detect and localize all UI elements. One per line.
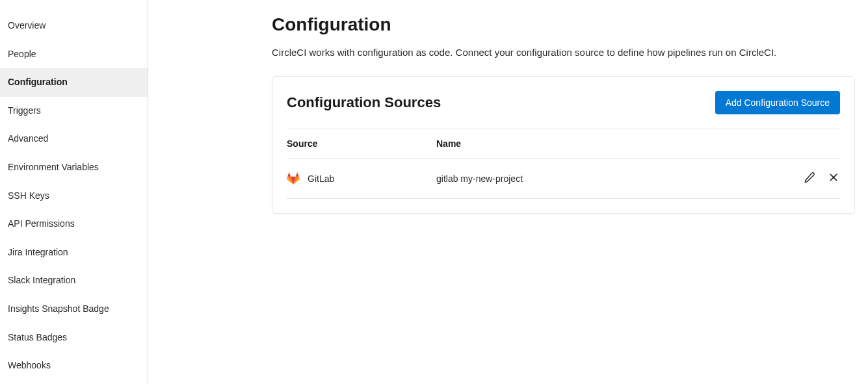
source-provider-label: GitLab xyxy=(308,173,334,184)
cell-actions xyxy=(788,170,840,186)
sidebar-item-status-badges[interactable]: Status Badges xyxy=(0,324,148,352)
cell-source: GitLab xyxy=(287,172,436,185)
sidebar-item-people[interactable]: People xyxy=(0,40,148,69)
sidebar-item-slack-integration[interactable]: Slack Integration xyxy=(0,266,148,295)
sidebar-item-webhooks[interactable]: Webhooks xyxy=(0,352,148,380)
column-header-actions xyxy=(788,138,840,149)
page-title: Configuration xyxy=(272,14,855,35)
card-title: Configuration Sources xyxy=(287,94,441,111)
add-configuration-source-button[interactable]: Add Configuration Source xyxy=(715,91,840,114)
page-description: CircleCI works with configuration as cod… xyxy=(272,47,855,58)
sidebar-item-jira-integration[interactable]: Jira Integration xyxy=(0,238,148,267)
sidebar-item-ssh-keys[interactable]: SSH Keys xyxy=(0,182,148,211)
sidebar-item-configuration[interactable]: Configuration xyxy=(0,68,148,97)
sidebar-item-api-permissions[interactable]: API Permissions xyxy=(0,210,148,238)
column-header-name: Name xyxy=(436,138,788,149)
table-row: GitLab gitlab my-new-project xyxy=(287,159,840,199)
sidebar-item-triggers[interactable]: Triggers xyxy=(0,97,148,125)
sidebar-item-overview[interactable]: Overview xyxy=(0,12,148,40)
sidebar-item-insights-snapshot-badge[interactable]: Insights Snapshot Badge xyxy=(0,295,148,324)
close-icon xyxy=(828,172,839,185)
edit-button[interactable] xyxy=(802,170,817,186)
table-header: Source Name xyxy=(287,129,840,159)
sidebar-item-advanced[interactable]: Advanced xyxy=(0,125,148,153)
column-header-source: Source xyxy=(287,138,436,149)
cell-name: gitlab my-new-project xyxy=(436,173,788,184)
configuration-sources-card: Configuration Sources Add Configuration … xyxy=(272,76,855,214)
sidebar: Overview People Configuration Triggers A… xyxy=(0,0,148,384)
card-header: Configuration Sources Add Configuration … xyxy=(287,77,840,129)
sidebar-item-environment-variables[interactable]: Environment Variables xyxy=(0,153,148,182)
gitlab-icon xyxy=(287,172,300,185)
main-content: Configuration CircleCI works with config… xyxy=(148,0,868,384)
pencil-icon xyxy=(804,172,815,185)
delete-button[interactable] xyxy=(827,171,840,186)
